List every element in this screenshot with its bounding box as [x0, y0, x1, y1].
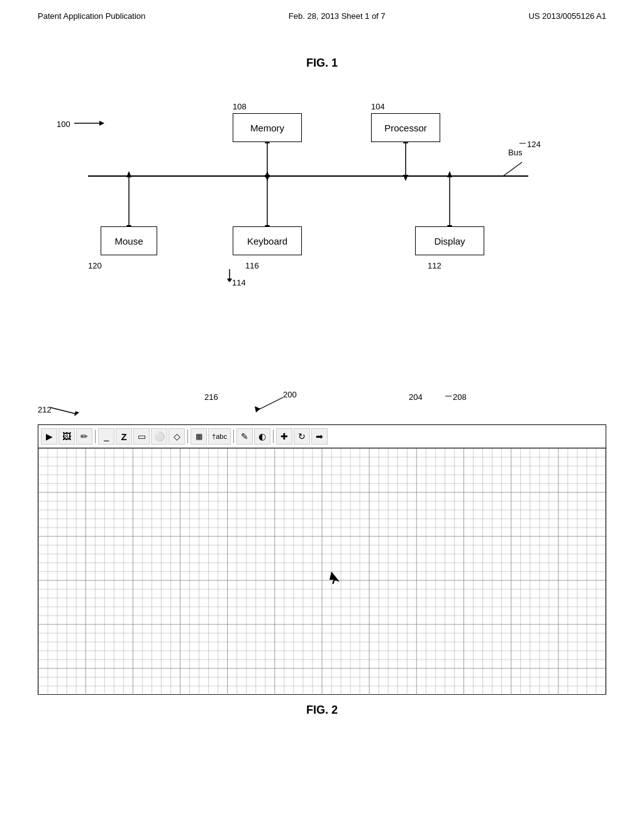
tool-select[interactable]: ▶ — [41, 428, 57, 445]
ref-120: 120 — [88, 261, 102, 270]
svg-line-22 — [258, 397, 283, 410]
svg-marker-13 — [265, 171, 270, 177]
svg-marker-8 — [403, 175, 408, 181]
svg-line-25 — [50, 407, 75, 414]
tool-diamond[interactable]: ◇ — [169, 428, 185, 445]
ref-114: 114 — [223, 278, 246, 287]
svg-marker-10 — [126, 171, 131, 177]
keyboard-box: Keyboard — [233, 226, 302, 255]
display-box: Display — [415, 226, 484, 255]
ref-116: 116 — [245, 261, 259, 270]
tool-table[interactable]: ▦ — [191, 428, 207, 445]
tool-line[interactable]: ⎯ — [98, 428, 114, 445]
ref-204: 204 — [409, 392, 423, 402]
svg-marker-1 — [99, 121, 104, 126]
fig1-caption: FIG. 1 — [38, 57, 606, 70]
tool-rectangle[interactable]: ▭ — [133, 428, 150, 445]
tool-zoom-reset[interactable]: ↻ — [294, 428, 310, 445]
page-header: Patent Application Publication Feb. 28, … — [0, 0, 644, 21]
svg-line-18 — [503, 162, 522, 176]
separator-4 — [273, 429, 274, 443]
ref-bus: Bus — [508, 148, 522, 157]
svg-marker-117 — [330, 572, 340, 584]
separator-2 — [187, 429, 188, 443]
mouse-box: Mouse — [101, 226, 157, 255]
ref-104: 104 — [371, 102, 385, 111]
svg-marker-16 — [447, 171, 452, 177]
tool-shape-z[interactable]: Z — [116, 428, 132, 445]
separator-1 — [95, 429, 96, 443]
ref-212: 212 — [38, 405, 52, 414]
processor-box: Processor — [371, 113, 440, 142]
fig2-ref-area: 212 216 200 204 208 — [38, 390, 606, 424]
tool-pencil[interactable]: ✏ — [76, 428, 92, 445]
grid-area — [38, 448, 606, 695]
svg-marker-5 — [265, 175, 270, 181]
memory-box: Memory — [233, 113, 302, 142]
ref-216: 216 — [204, 392, 218, 402]
svg-marker-23 — [255, 406, 260, 412]
tool-zoom-out[interactable]: ➡ — [311, 428, 328, 445]
header-center: Feb. 28, 2013 Sheet 1 of 7 — [289, 11, 386, 21]
ref-108: 108 — [233, 102, 247, 111]
tool-fill[interactable]: ◐ — [254, 428, 270, 445]
svg-marker-26 — [74, 411, 79, 416]
svg-marker-21 — [227, 279, 232, 282]
tool-brush[interactable]: ✎ — [236, 428, 253, 445]
fig2-container: 212 216 200 204 208 ▶ 🖼 ✏ — [38, 390, 606, 717]
tool-circle[interactable]: ⚪ — [151, 428, 167, 445]
fig2-caption: FIG. 2 — [38, 704, 606, 717]
ref-100: 100 — [57, 119, 70, 129]
header-left: Patent Application Publication — [38, 11, 145, 21]
tool-zoom-in[interactable]: ✚ — [276, 428, 292, 445]
ref-208: 208 — [453, 392, 467, 402]
ref-112: 112 — [428, 261, 441, 270]
separator-3 — [233, 429, 234, 443]
header-right: US 2013/0055126 A1 — [528, 11, 606, 21]
fig1-svg — [38, 50, 606, 352]
tool-text[interactable]: †abc — [208, 428, 231, 445]
fig1-container: 100 Memory 108 Processor — [38, 50, 606, 352]
ref-200: 200 — [283, 390, 297, 399]
ref-124: 124 — [527, 140, 541, 149]
tool-image[interactable]: 🖼 — [58, 428, 75, 445]
toolbar: ▶ 🖼 ✏ ⎯ Z ▭ ⚪ ◇ ▦ †abc ✎ ◐ ✚ ↻ ➡ — [38, 424, 606, 448]
